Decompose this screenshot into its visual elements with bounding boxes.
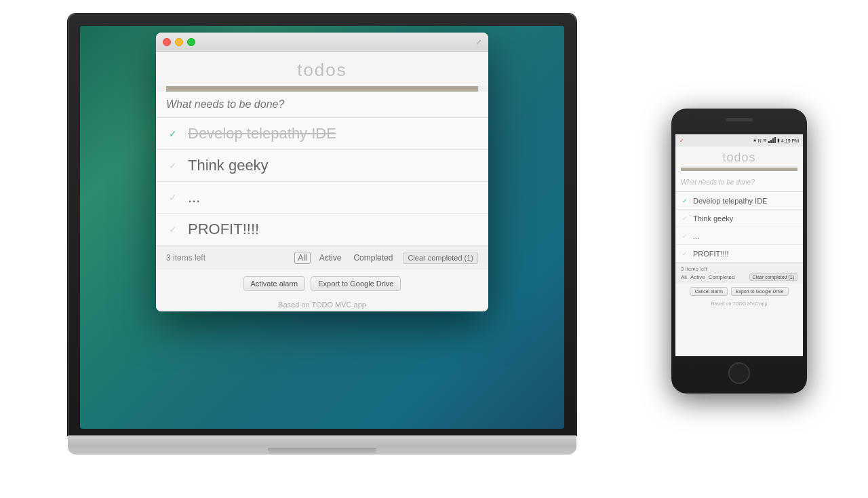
phone-status-right: ★ N ≋ ▮ 4:19 PM [753, 138, 799, 143]
maximize-button[interactable] [187, 38, 195, 46]
phone-todo-item: ✓ Think geeky [675, 210, 803, 227]
phone-todo-text-4: PROFIT!!!! [693, 250, 729, 258]
phone-filter-completed[interactable]: Completed [709, 274, 735, 280]
close-button[interactable] [163, 38, 171, 46]
todo-check-2[interactable]: ✓ [166, 159, 180, 172]
phone-home-button[interactable] [728, 362, 750, 384]
todo-text-2: Think geeky [188, 157, 269, 174]
action-buttons: Activate alarm Export to Google Drive [156, 269, 488, 298]
phone-filter-all[interactable]: All [681, 274, 687, 280]
signal-bar-2 [770, 140, 772, 143]
todo-list: ✓ Develop telepathy IDE ✓ Think geeky ✓ … [156, 118, 488, 246]
filter-active-button[interactable]: Active [316, 252, 345, 264]
app-title: todos [156, 52, 488, 86]
todo-text-1: Develop telepathy IDE [188, 125, 336, 142]
todo-text-3: ... [188, 189, 200, 206]
new-todo-input[interactable] [166, 98, 478, 111]
phone-action-buttons: Cancel alarm Export to Google Drive [675, 284, 803, 299]
based-on-text: Based on TODO MVC app [156, 298, 488, 311]
clear-completed-button[interactable]: Clear completed (1) [403, 252, 478, 264]
phone-todo-check-3[interactable]: ✓ [681, 232, 689, 240]
phone-app-title: todos [675, 147, 803, 168]
phone-todo-footer: 3 items left All Active Completed Clear … [675, 263, 803, 284]
signal-bar-3 [772, 138, 774, 143]
mac-titlebar: ⤢ [156, 33, 488, 52]
signal-bar-4 [774, 137, 776, 143]
phone-filter-buttons: All Active Completed [681, 274, 734, 280]
minimize-button[interactable] [175, 38, 183, 46]
laptop-body-notch [268, 448, 376, 455]
battery-icon: ▮ [777, 138, 780, 143]
mac-window: ⤢ todos ✓ Develop telepathy ID [156, 33, 488, 311]
activate-alarm-button[interactable]: Activate alarm [243, 276, 306, 291]
phone-items-left: 3 items left [681, 266, 707, 272]
export-google-drive-button[interactable]: Export to Google Drive [311, 276, 401, 291]
phone-todo-item: ✓ PROFIT!!!! [675, 245, 803, 263]
nfc-icon: N [758, 138, 762, 143]
todo-text-4: PROFIT!!!! [188, 221, 259, 238]
todo-check-1[interactable]: ✓ [166, 127, 180, 140]
phone-footer-row: 3 items left [681, 266, 797, 272]
todo-item: ✓ ... [156, 182, 488, 214]
todo-item: ✓ Think geeky [156, 150, 488, 182]
items-left-count: 3 items left [166, 253, 288, 263]
phone-screen: ✓ ★ N ≋ ▮ 4:19 PM todos [675, 134, 803, 356]
phone-speaker [726, 118, 753, 121]
laptop-body [68, 436, 576, 455]
laptop-screen-outer: ⤢ todos ✓ Develop telepathy ID [68, 14, 576, 436]
progress-bar [166, 86, 478, 92]
phone-todo-text-3: ... [693, 232, 699, 240]
phone-body: ✓ ★ N ≋ ▮ 4:19 PM todos [671, 109, 807, 394]
new-todo-input-area [156, 92, 488, 118]
laptop-screen: ⤢ todos ✓ Develop telepathy ID [80, 26, 564, 429]
phone: ✓ ★ N ≋ ▮ 4:19 PM todos [671, 109, 807, 394]
phone-new-todo-area[interactable]: What needs to be done? [675, 171, 803, 192]
todo-check-4[interactable]: ✓ [166, 223, 180, 236]
phone-clear-completed-button[interactable]: Clear completed (1) [749, 273, 797, 281]
signal-bars [768, 138, 776, 143]
phone-filter-active[interactable]: Active [690, 274, 705, 280]
todo-check-3[interactable]: ✓ [166, 191, 180, 204]
wifi-icon: ≋ [763, 138, 767, 143]
todo-item: ✓ PROFIT!!!! [156, 214, 488, 246]
signal-bar-1 [768, 141, 770, 143]
filter-all-button[interactable]: All [294, 252, 310, 264]
phone-based-on-text: Based on TODO MVC app [675, 299, 803, 308]
phone-todo-check-1[interactable]: ✓ [681, 197, 689, 205]
filter-buttons: All Active Completed [294, 252, 396, 264]
todo-footer: 3 items left All Active Completed Clear … [156, 246, 488, 269]
app-title-text: todos [297, 60, 347, 80]
phone-input-placeholder: What needs to be done? [681, 178, 755, 186]
phone-todo-item: ✓ ... [675, 227, 803, 245]
expand-icon[interactable]: ⤢ [475, 37, 483, 45]
filter-completed-button[interactable]: Completed [350, 252, 396, 264]
phone-status-left-icon: ✓ [679, 138, 684, 144]
phone-todo-text-1: Develop telepathy IDE [693, 197, 767, 205]
clock: 4:19 PM [781, 138, 799, 143]
todo-item: ✓ Develop telepathy IDE [156, 118, 488, 150]
phone-cancel-alarm-button[interactable]: Cancel alarm [690, 287, 727, 296]
phone-todo-item: ✓ Develop telepathy IDE [675, 192, 803, 210]
phone-todo-check-2[interactable]: ✓ [681, 214, 689, 223]
phone-export-button[interactable]: Export to Google Drive [731, 287, 789, 296]
phone-statusbar: ✓ ★ N ≋ ▮ 4:19 PM [675, 134, 803, 147]
laptop: ⤢ todos ✓ Develop telepathy ID [68, 14, 576, 455]
phone-todo-check-4[interactable]: ✓ [681, 250, 689, 258]
phone-todo-list: ✓ Develop telepathy IDE ✓ Think geeky ✓ … [675, 192, 803, 263]
phone-todo-text-2: Think geeky [693, 214, 733, 223]
bluetooth-icon: ★ [753, 138, 757, 143]
